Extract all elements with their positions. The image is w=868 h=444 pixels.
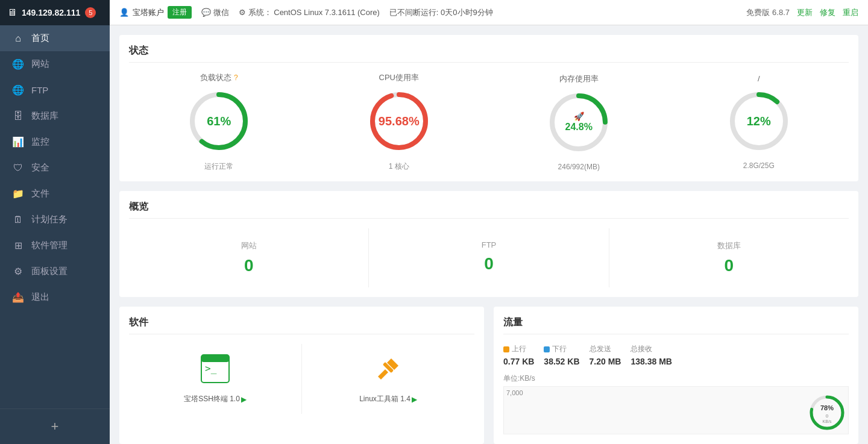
speed-gauge-svg: 78% 0 KB/s [808,394,846,431]
sidebar-item-files-label: 文件 [31,188,49,199]
sidebar-item-files[interactable]: 📁 文件 [0,181,110,207]
traffic-unit: 单位:KB/s [503,374,849,384]
content-area: 状态 负载状态 ? 61% [110,25,868,444]
upload-dot [503,346,509,352]
runtime-label: 已不间断运行: [389,8,439,17]
version-label: 免费版 6.8.7 [746,7,790,18]
traffic-total-send: 总发送 7.20 MB [590,344,621,366]
svg-rect-9 [201,355,229,362]
software-item-ssh[interactable]: >_ 宝塔SSH终端 1.0 ▶ [129,344,302,414]
overview-website-label: 网站 [141,240,356,251]
download-label: 下行 [544,344,579,354]
disk-label: / [758,74,760,83]
security-icon: 🛡 [12,163,24,174]
software-ssh-label: 宝塔SSH终端 1.0 ▶ [184,394,247,404]
bottom-row: 软件 >_ 宝塔SSH终端 1.0 ▶ [119,307,858,444]
topbar-right: 免费版 6.8.7 更新 修复 重启 [746,7,858,18]
load-label: 负载状态 ? [200,72,238,83]
repair-link[interactable]: 修复 [820,7,835,18]
monitor-nav-icon: 📊 [12,136,24,148]
help-icon: ? [234,73,238,82]
status-card: 状态 负载状态 ? 61% [119,35,858,181]
database-icon: 🗄 [12,111,24,122]
account-section: 👤 宝塔账户 注册 [119,6,192,19]
upload-label: 上行 [503,344,534,354]
add-button[interactable]: + [0,408,110,444]
download-dot [544,346,550,352]
sidebar-item-home[interactable]: ⌂ 首页 [0,25,110,51]
cpu-percent: 95.68% [379,114,420,128]
software-icon: ⊞ [12,240,24,251]
sidebar-item-crontab[interactable]: 🗓 计划任务 [0,207,110,233]
traffic-card-title: 流量 [503,316,849,334]
terminal-svg: >_ [200,354,230,384]
memory-percent: 24.8% [565,121,593,133]
gauges-row: 负载状态 ? 61% 运行正常 [129,72,849,172]
disk-center: 12% [747,114,771,128]
overview-database: 数据库 0 [609,228,849,287]
speed-up-text: 0 [826,413,829,419]
main-content: 👤 宝塔账户 注册 💬 微信 ⚙ 系统： CentOS Linux 7.3.16… [110,0,868,444]
total-recv-value: 138.38 MB [631,357,671,366]
wechat-icon: 💬 [201,8,211,17]
speed-gauge: 78% 0 KB/s [808,394,846,431]
load-sub: 运行正常 [204,161,233,172]
sidebar-item-website[interactable]: 🌐 网站 [0,51,110,77]
chart-y-label: 7,000 [506,389,523,396]
panel-icon: ⚙ [12,266,24,277]
sidebar-item-home-label: 首页 [31,33,49,44]
server-ip: 149.129.82.111 [22,8,80,17]
terminal-icon: >_ [200,354,230,389]
traffic-total-recv: 总接收 138.38 MB [631,344,671,366]
traffic-card: 流量 上行 0.77 KB 下行 38.52 K [494,307,858,444]
cpu-sub: 1 核心 [389,161,409,172]
software-item-tools[interactable]: Linux工具箱 1.4 ▶ [302,344,474,414]
sidebar-item-logout[interactable]: 📤 退出 [0,284,110,310]
cpu-gauge: CPU使用率 95.68% 1 核心 [366,72,432,172]
crontab-icon: 🗓 [12,214,24,225]
register-button[interactable]: 注册 [168,6,192,19]
wechat-section: 💬 微信 [201,7,229,18]
overview-website: 网站 0 [129,228,369,287]
files-icon: 📁 [12,188,24,199]
sidebar-item-security[interactable]: 🛡 安全 [0,155,110,181]
upload-value: 0.77 KB [503,357,534,366]
speed-unit-text: KB/s [823,419,832,424]
tools-icon [373,354,403,389]
download-value: 38.52 KB [544,357,579,366]
restart-link[interactable]: 重启 [843,7,858,18]
overview-ftp-value: 0 [381,254,596,274]
sidebar-item-ftp[interactable]: 🌐 FTP [0,77,110,103]
sidebar-item-logout-label: 退出 [31,292,49,303]
overview-ftp-label: FTP [381,240,596,249]
update-link[interactable]: 更新 [797,7,813,18]
tools-svg [373,354,403,384]
traffic-stats: 上行 0.77 KB 下行 38.52 KB 总发送 [503,344,849,366]
cpu-gauge-container: 95.68% [366,88,432,154]
topbar: 👤 宝塔账户 注册 💬 微信 ⚙ 系统： CentOS Linux 7.3.16… [110,0,868,25]
memory-center: 🚀 24.8% [565,111,593,133]
logout-icon: 📤 [12,292,24,303]
total-send-label: 总发送 [590,344,621,354]
sidebar-item-panel[interactable]: ⚙ 面板设置 [0,258,110,284]
website-icon: 🌐 [12,58,24,70]
sidebar-item-monitor-label: 监控 [31,136,49,148]
overview-row: 网站 0 FTP 0 数据库 0 [129,228,849,287]
traffic-chart: 7,000 78% 0 KB/s [503,386,849,434]
rocket-icon: 🚀 [565,111,593,122]
sidebar-nav: ⌂ 首页 🌐 网站 🌐 FTP 🗄 数据库 📊 监控 🛡 安全 📁 文件 🗓 [0,25,110,408]
overview-ftp: FTP 0 [369,228,609,287]
monitor-icon: 🖥 [7,7,17,18]
memory-sub: 246/992(MB) [558,163,600,171]
speed-percent-text: 78% [820,404,834,411]
sidebar-item-software[interactable]: ⊞ 软件管理 [0,233,110,258]
ftp-icon: 🌐 [12,84,24,96]
memory-gauge: 内存使用率 🚀 24.8% 246/992(MB) [546,73,612,171]
arrow-icon: ▶ [241,395,247,404]
sidebar-item-security-label: 安全 [31,162,49,174]
traffic-upload: 上行 0.77 KB [503,344,534,366]
notification-badge: 5 [85,7,96,18]
sidebar-item-monitor[interactable]: 📊 监控 [0,129,110,155]
sidebar-item-database[interactable]: 🗄 数据库 [0,103,110,129]
disk-gauge-container: 12% [726,88,792,154]
